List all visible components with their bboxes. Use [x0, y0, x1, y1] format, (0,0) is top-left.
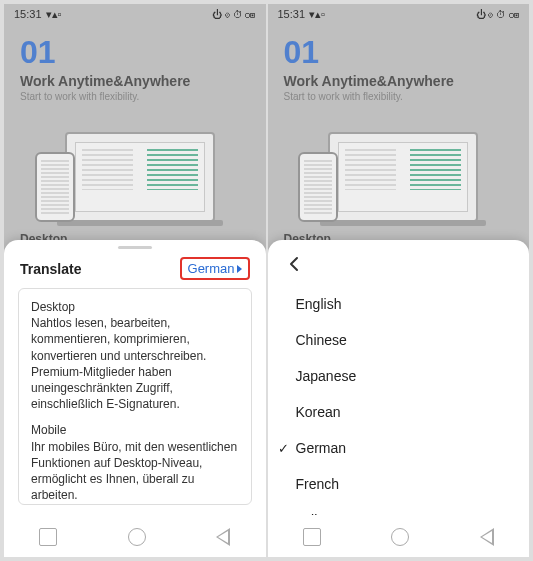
translation-output[interactable]: Desktop Nahtlos lesen, bearbeiten, komme… — [18, 288, 252, 505]
back-button[interactable] — [480, 528, 494, 546]
signal-icon: ▾▴▫ — [309, 8, 325, 21]
trans-head-0: Desktop — [31, 299, 239, 315]
phone-right: 15:31▾▴▫ ⏻ ⊘ ⏱ ▢▣ 01 Work Anytime&Anywhe… — [268, 4, 530, 557]
status-icons: ⏻ ⊘ ⏱ ▢▣ — [212, 9, 255, 20]
lang-item-italian[interactable]: Italian — [268, 502, 530, 515]
recents-button[interactable] — [303, 528, 321, 546]
lang-item-french[interactable]: French — [268, 466, 530, 502]
status-icons: ⏻ ⊘ ⏱ ▢▣ — [476, 9, 519, 20]
lang-item-japanese[interactable]: Japanese — [268, 358, 530, 394]
chevron-left-icon — [288, 256, 300, 272]
illustration — [35, 112, 235, 222]
slide-title: Work Anytime&Anywhere — [20, 73, 250, 89]
phone-left: 15:31▾▴▫ ⏻ ⊘ ⏱ ▢▣ 01 Work Anytime&Anywhe… — [4, 4, 266, 557]
language-list: English Chinese Japanese Korean ✓German … — [268, 282, 530, 515]
slide-number: 01 — [20, 34, 250, 71]
sheet-handle[interactable] — [118, 246, 152, 249]
android-nav-bar — [268, 515, 530, 557]
trans-head-1: Mobile — [31, 422, 239, 438]
status-time: 15:31 — [278, 8, 306, 20]
back-button[interactable] — [216, 528, 230, 546]
android-nav-bar — [4, 515, 266, 557]
trans-text-0: Nahtlos lesen, bearbeiten, kommentieren,… — [31, 315, 239, 412]
slide-subtitle: Start to work with flexibility. — [20, 91, 250, 102]
status-bar: 15:31▾▴▫ ⏻ ⊘ ⏱ ▢▣ — [4, 4, 266, 24]
chevron-right-icon — [237, 265, 242, 273]
signal-icon: ▾▴▫ — [46, 8, 62, 21]
sheet-header: Translate German — [4, 253, 266, 288]
trans-text-1: Ihr mobiles Büro, mit den wesentlichen F… — [31, 439, 239, 504]
status-bar: 15:31▾▴▫ ⏻ ⊘ ⏱ ▢▣ — [268, 4, 530, 24]
recents-button[interactable] — [39, 528, 57, 546]
home-button[interactable] — [128, 528, 146, 546]
home-button[interactable] — [391, 528, 409, 546]
lang-item-english[interactable]: English — [268, 286, 530, 322]
check-icon: ✓ — [278, 441, 296, 456]
sheet-header-back — [268, 250, 530, 282]
content-area-left: 01 Work Anytime&Anywhere Start to work w… — [4, 24, 266, 515]
illustration — [298, 112, 498, 222]
translate-sheet: Translate German Desktop Nahtlos lesen, … — [4, 240, 266, 515]
status-time: 15:31 — [14, 8, 42, 20]
content-area-right: 01 Work Anytime&Anywhere Start to work w… — [268, 24, 530, 515]
slide-subtitle: Start to work with flexibility. — [284, 91, 514, 102]
language-sheet: English Chinese Japanese Korean ✓German … — [268, 240, 530, 515]
language-select-button[interactable]: German — [180, 257, 250, 280]
lang-item-chinese[interactable]: Chinese — [268, 322, 530, 358]
selected-language-label: German — [188, 261, 235, 276]
slide-number: 01 — [284, 34, 514, 71]
lang-item-korean[interactable]: Korean — [268, 394, 530, 430]
back-chevron-button[interactable] — [284, 254, 304, 274]
translate-title: Translate — [20, 261, 81, 277]
slide-title: Work Anytime&Anywhere — [284, 73, 514, 89]
lang-item-german[interactable]: ✓German — [268, 430, 530, 466]
screenshot-pair: 15:31▾▴▫ ⏻ ⊘ ⏱ ▢▣ 01 Work Anytime&Anywhe… — [0, 0, 533, 561]
